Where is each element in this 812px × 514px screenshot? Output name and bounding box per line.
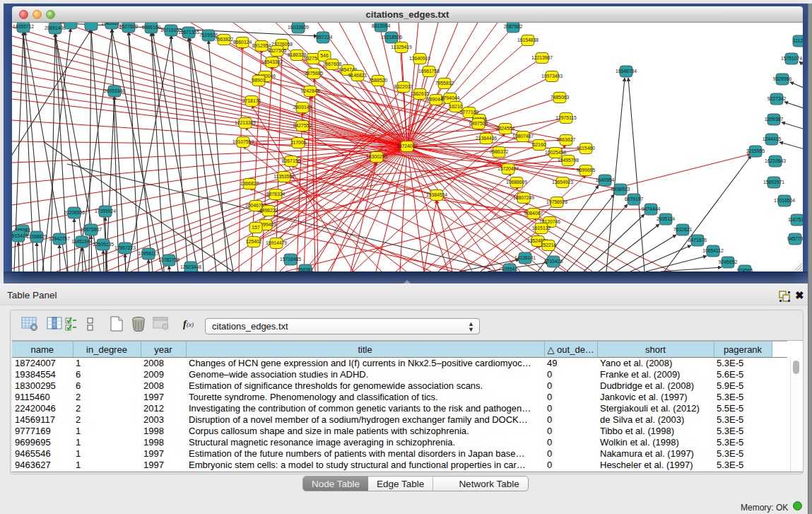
svg-text:1733426: 1733426: [544, 259, 563, 264]
svg-text:9084067: 9084067: [524, 211, 543, 216]
svg-text:7588520: 7588520: [369, 78, 388, 83]
svg-text:18724007: 18724007: [396, 144, 418, 148]
svg-text:9474444: 9474444: [642, 206, 661, 211]
svg-text:16914479: 16914479: [266, 240, 287, 245]
svg-text:16210: 16210: [449, 104, 463, 109]
svg-text:9777169: 9777169: [460, 110, 479, 115]
svg-text:8813054: 8813054: [372, 23, 391, 28]
svg-text:15716485: 15716485: [280, 257, 301, 262]
svg-text:13640910: 13640910: [409, 56, 430, 61]
svg-text:10654112: 10654112: [702, 248, 724, 253]
svg-text:9227342: 9227342: [767, 96, 787, 101]
svg-text:7955812: 7955812: [435, 81, 454, 86]
svg-text:2803144: 2803144: [293, 105, 312, 110]
svg-text:9794044: 9794044: [441, 95, 460, 100]
svg-text:16648784: 16648784: [616, 69, 637, 74]
svg-text:958381: 958381: [298, 267, 314, 272]
svg-text:98901: 98901: [252, 78, 266, 83]
svg-text:10973493: 10973493: [541, 74, 563, 78]
svg-text:9699695: 9699695: [577, 168, 596, 173]
svg-text:10975867: 10975867: [81, 227, 102, 232]
svg-text:8660124: 8660124: [233, 40, 252, 45]
svg-text:12213389: 12213389: [235, 120, 256, 125]
svg-text:20206556: 20206556: [64, 210, 85, 215]
svg-text:11325419: 11325419: [391, 45, 412, 49]
svg-text:924565: 924565: [737, 268, 753, 272]
svg-text:9463627: 9463627: [557, 137, 576, 142]
svg-text:2967608: 2967608: [323, 62, 342, 66]
svg-text:10025458: 10025458: [545, 150, 566, 155]
svg-text:16961758: 16961758: [418, 69, 440, 74]
svg-text:16210643: 16210643: [765, 158, 786, 163]
svg-text:18807249: 18807249: [513, 195, 534, 200]
svg-text:1615132: 1615132: [532, 226, 551, 230]
svg-text:12505135: 12505135: [93, 242, 114, 247]
svg-text:6879197: 6879197: [625, 197, 644, 201]
svg-text:17957223: 17957223: [114, 245, 136, 250]
svg-text:157: 157: [252, 225, 260, 230]
svg-text:15692971: 15692971: [763, 180, 784, 185]
svg-text:945779: 945779: [787, 236, 803, 241]
svg-text:8267150: 8267150: [282, 158, 301, 163]
svg-text:10958117: 10958117: [138, 251, 159, 256]
svg-text:6966160: 6966160: [142, 25, 161, 30]
svg-text:1362615: 1362615: [411, 91, 430, 96]
svg-text:7632621: 7632621: [673, 227, 693, 232]
svg-text:8471676: 8471676: [688, 238, 707, 243]
svg-text:1167533: 1167533: [788, 217, 803, 222]
svg-text:8878334: 8878334: [266, 192, 286, 197]
svg-text:9146821: 9146821: [348, 73, 367, 78]
svg-text:252214: 252214: [541, 243, 557, 247]
svg-text:13654923: 13654923: [552, 180, 573, 185]
svg-text:12213967: 12213967: [531, 55, 553, 60]
svg-text:19756928: 19756928: [546, 199, 567, 204]
svg-text:1366827: 1366827: [240, 181, 259, 186]
svg-text:7986372: 7986372: [490, 149, 509, 154]
svg-text:8322037: 8322037: [394, 84, 413, 89]
svg-text:317006: 317006: [290, 140, 307, 145]
svg-text:3875685: 3875685: [305, 71, 324, 76]
svg-text:11451944: 11451944: [71, 239, 93, 244]
svg-text:16671355: 16671355: [178, 30, 199, 35]
svg-text:3915411: 3915411: [12, 233, 28, 238]
svg-text:7857224: 7857224: [314, 35, 333, 40]
svg-text:7663822: 7663822: [215, 37, 234, 42]
svg-text:17016504: 17016504: [774, 198, 795, 203]
svg-text:3215955: 3215955: [746, 148, 765, 153]
svg-text:1640954: 1640954: [596, 177, 615, 182]
svg-text:9115460: 9115460: [577, 146, 595, 151]
svg-text:105541: 105541: [502, 267, 518, 271]
svg-text:11353594: 11353594: [273, 174, 295, 179]
svg-text:16033809: 16033809: [288, 25, 309, 30]
svg-text:2935114: 2935114: [657, 216, 675, 221]
svg-text:18300295: 18300295: [366, 154, 387, 159]
svg-text:10807487: 10807487: [512, 134, 534, 139]
svg-text:15751074: 15751074: [781, 56, 802, 61]
svg-text:62160: 62160: [533, 142, 546, 147]
svg-text:546: 546: [320, 53, 329, 58]
svg-text:9327505: 9327505: [268, 48, 287, 53]
svg-text:20691406: 20691406: [45, 25, 66, 30]
svg-text:3824554: 3824554: [496, 126, 515, 131]
svg-text:14136141: 14136141: [514, 255, 536, 260]
svg-text:1244415: 1244415: [763, 136, 782, 141]
svg-text:12975115: 12975115: [555, 115, 577, 120]
svg-text:9242848: 9242848: [301, 88, 320, 93]
svg-text:26053346: 26053346: [104, 88, 125, 93]
svg-text:8427552: 8427552: [293, 123, 312, 128]
svg-text:6497508: 6497508: [469, 121, 488, 126]
svg-text:2087682: 2087682: [504, 24, 523, 29]
svg-text:125402: 125402: [246, 239, 262, 244]
svg-text:11124: 11124: [793, 38, 803, 43]
svg-text:12942757: 12942757: [49, 236, 70, 241]
svg-text:16154838: 16154838: [517, 37, 539, 42]
svg-text:2718176: 2718176: [242, 98, 261, 103]
svg-text:17359924: 17359924: [95, 209, 116, 214]
svg-text:16782759: 16782759: [158, 257, 180, 262]
svg-text:8938923: 8938923: [611, 187, 630, 192]
svg-text:1209387: 1209387: [765, 117, 784, 122]
svg-text:9245652: 9245652: [719, 259, 738, 264]
svg-text:9329966: 9329966: [773, 76, 792, 81]
svg-text:(x): (x): [187, 321, 194, 328]
svg-text:11568829: 11568829: [26, 234, 47, 239]
